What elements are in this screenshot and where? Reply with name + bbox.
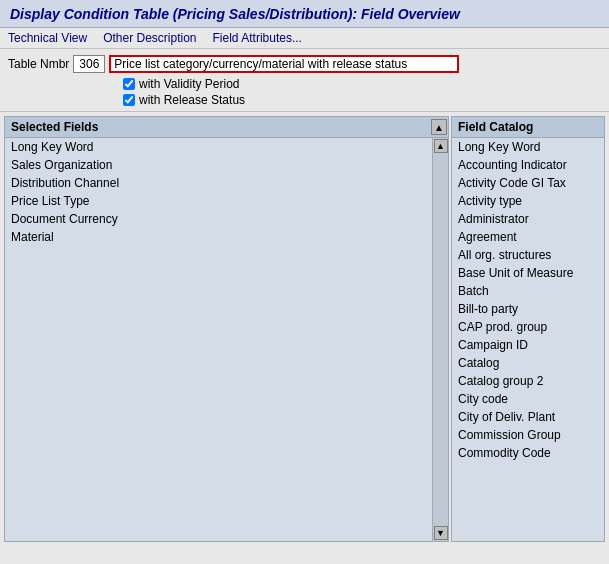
table-nmbr-input[interactable] [73, 55, 105, 73]
list-item[interactable]: Administrator [452, 210, 604, 228]
validity-period-checkbox[interactable] [123, 78, 135, 90]
list-item[interactable]: Catalog [452, 354, 604, 372]
left-panel: Selected Fields ▲ Long Key WordSales Org… [4, 116, 449, 542]
title-bar: Display Condition Table (Pricing Sales/D… [0, 0, 609, 28]
menu-technical-view[interactable]: Technical View [8, 31, 87, 45]
validity-period-label: with Validity Period [139, 77, 240, 91]
right-panel: Field Catalog Long Key WordAccounting In… [451, 116, 605, 542]
list-item[interactable]: CAP prod. group [452, 318, 604, 336]
list-item[interactable]: Long Key Word [5, 138, 432, 156]
release-status-label: with Release Status [139, 93, 245, 107]
list-item[interactable]: Bill-to party [452, 300, 604, 318]
list-item[interactable]: Campaign ID [452, 336, 604, 354]
list-item[interactable]: Sales Organization [5, 156, 432, 174]
move-up-button[interactable]: ▲ [431, 119, 447, 135]
list-item[interactable]: Material [5, 228, 432, 246]
menu-field-attributes[interactable]: Field Attributes... [213, 31, 302, 45]
scroll-up-button[interactable]: ▲ [434, 139, 448, 153]
list-item[interactable]: Batch [452, 282, 604, 300]
list-item[interactable]: Catalog group 2 [452, 372, 604, 390]
list-item[interactable]: Document Currency [5, 210, 432, 228]
page-title: Display Condition Table (Pricing Sales/D… [10, 6, 599, 22]
selected-fields-list: Long Key WordSales OrganizationDistribut… [5, 138, 432, 541]
list-item[interactable]: Commission Group [452, 426, 604, 444]
list-item[interactable]: Activity type [452, 192, 604, 210]
left-panel-header: Selected Fields [5, 117, 430, 137]
release-status-checkbox[interactable] [123, 94, 135, 106]
list-item[interactable]: All org. structures [452, 246, 604, 264]
list-item[interactable]: City code [452, 390, 604, 408]
description-input[interactable] [109, 55, 459, 73]
list-item[interactable]: Activity Code GI Tax [452, 174, 604, 192]
list-item[interactable]: Accounting Indicator [452, 156, 604, 174]
scroll-down-button[interactable]: ▼ [434, 526, 448, 540]
table-nmbr-label: Table Nmbr [8, 57, 69, 71]
menu-other-description[interactable]: Other Description [103, 31, 196, 45]
toolbar-area: Table Nmbr with Validity Period with Rel… [0, 49, 609, 112]
list-item[interactable]: City of Deliv. Plant [452, 408, 604, 426]
menu-bar: Technical View Other Description Field A… [0, 28, 609, 49]
right-panel-header: Field Catalog [452, 117, 604, 137]
list-item[interactable]: Price List Type [5, 192, 432, 210]
list-item[interactable]: Long Key Word [452, 138, 604, 156]
list-item[interactable]: Commodity Code [452, 444, 604, 462]
field-catalog-list: Long Key WordAccounting IndicatorActivit… [452, 138, 604, 541]
list-item[interactable]: Agreement [452, 228, 604, 246]
list-item[interactable]: Distribution Channel [5, 174, 432, 192]
list-item[interactable]: Base Unit of Measure [452, 264, 604, 282]
